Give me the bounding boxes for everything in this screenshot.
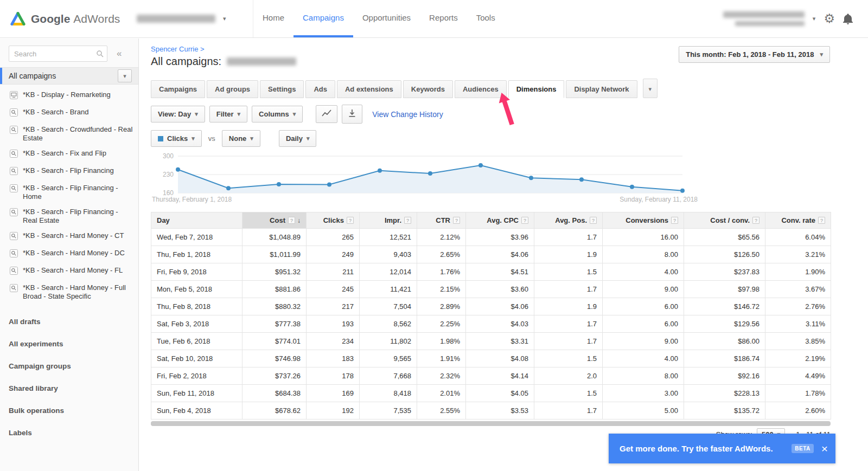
table-row[interactable]: Tue, Feb 6, 2018$774.0123411,8021.98%$3.…	[151, 333, 831, 350]
help-icon[interactable]: ?	[288, 217, 295, 224]
horizontal-scrollbar[interactable]	[151, 421, 831, 426]
sidebar-campaign-item[interactable]: *KB - Search - Brand	[0, 105, 138, 122]
view-selector-button[interactable]: View: Day▾	[151, 106, 205, 122]
help-icon[interactable]: ?	[453, 217, 460, 224]
table-row[interactable]: Mon, Feb 5, 2018$881.8624511,4212.15%$3.…	[151, 281, 831, 298]
download-button[interactable]	[342, 105, 362, 124]
column-header-ctr[interactable]: CTR?	[417, 212, 466, 229]
column-header-clicks[interactable]: Clicks?	[307, 212, 360, 229]
nav-item-tools[interactable]: Tools	[467, 0, 505, 37]
data-point[interactable]	[630, 185, 634, 189]
table-row[interactable]: Sat, Feb 10, 2018$746.981839,5651.91%$4.…	[151, 350, 831, 367]
tab-campaigns[interactable]: Campaigns	[151, 80, 205, 98]
columns-button[interactable]: Columns▾	[252, 106, 303, 122]
table-row[interactable]: Thu, Feb 8, 2018$880.322177,5042.89%$4.0…	[151, 298, 831, 315]
column-header-cost[interactable]: Cost?↓	[242, 212, 307, 229]
collapse-sidebar-button[interactable]: «	[114, 48, 124, 59]
tab-dimensions[interactable]: Dimensions	[508, 80, 565, 98]
search-icon[interactable]	[96, 50, 104, 60]
sidebar-campaign-item[interactable]: *KB - Search - Flip Financing - Real Est…	[0, 204, 138, 228]
tab-settings[interactable]: Settings	[260, 80, 304, 98]
table-row[interactable]: Sun, Feb 11, 2018$684.381698,4182.01%$4.…	[151, 385, 831, 402]
sidebar-campaign-item[interactable]: *KB - Search - Hard Money - DC	[0, 246, 138, 263]
all-campaigns-dropdown-button[interactable]: ▾	[118, 69, 132, 82]
help-icon[interactable]: ?	[404, 217, 411, 224]
table-row[interactable]: Fri, Feb 2, 2018$737.261787,6682.32%$4.1…	[151, 367, 831, 385]
help-icon[interactable]: ?	[671, 217, 678, 224]
sidebar-campaign-item[interactable]: *KB - Search - Hard Money - FL	[0, 263, 138, 280]
sidebar-link-all-experiments[interactable]: All experiments	[0, 333, 138, 355]
help-icon[interactable]: ?	[521, 217, 528, 224]
data-point[interactable]	[579, 177, 584, 182]
nav-item-campaigns[interactable]: Campaigns	[293, 0, 353, 37]
column-header-cost-conv[interactable]: Cost / conv.?	[684, 212, 765, 229]
tab-audiences[interactable]: Audiences	[455, 80, 507, 98]
sidebar-campaign-item[interactable]: *KB - Search - Hard Money - Full Broad -…	[0, 280, 138, 304]
chart-toggle-button[interactable]	[316, 105, 337, 123]
table-row[interactable]: Fri, Feb 9, 2018$951.3221112,0141.76%$4.…	[151, 263, 831, 281]
data-point[interactable]	[277, 182, 281, 186]
view-change-history-link[interactable]: View Change History	[372, 110, 443, 119]
value-cell: 178	[307, 367, 360, 385]
table-row[interactable]: Wed, Feb 7, 2018$1,048.8926512,5212.12%$…	[151, 229, 831, 246]
nav-item-home[interactable]: Home	[253, 0, 293, 37]
column-header-day[interactable]: Day	[151, 212, 242, 229]
data-point[interactable]	[428, 171, 432, 176]
data-point[interactable]	[680, 189, 685, 193]
sidebar-campaign-item[interactable]: *KB - Search - Flip Financing	[0, 163, 138, 180]
data-point[interactable]	[327, 182, 331, 186]
column-header-conv-rate[interactable]: Conv. rate?	[765, 212, 831, 229]
help-icon[interactable]: ?	[752, 217, 760, 224]
sidebar-item-all-campaigns[interactable]: All campaigns ▾	[0, 67, 138, 85]
sidebar-campaign-item[interactable]: *KB - Search - Fix and Flip	[0, 146, 138, 163]
help-icon[interactable]: ?	[818, 217, 825, 224]
gear-icon[interactable]: ⚙	[824, 11, 835, 26]
more-tabs-button[interactable]: ▾	[643, 79, 658, 98]
granularity-selector[interactable]: Daily ▾	[279, 130, 317, 147]
nav-item-reports[interactable]: Reports	[420, 0, 467, 37]
breadcrumb[interactable]: Spencer Currie >	[151, 45, 296, 53]
sidebar-link-all-drafts[interactable]: All drafts	[0, 311, 138, 333]
sidebar-link-labels[interactable]: Labels	[0, 422, 138, 444]
sidebar-link-campaign-groups[interactable]: Campaign groups	[0, 355, 138, 377]
metric2-selector[interactable]: None ▾	[222, 130, 260, 147]
account-selector[interactable]: ▾	[137, 0, 252, 37]
sidebar-campaign-item[interactable]: *KB - Search - Crowdfunded - Real Estate	[0, 122, 138, 146]
help-icon[interactable]: ?	[590, 217, 597, 224]
data-point[interactable]	[478, 163, 483, 167]
column-header-avg-pos[interactable]: Avg. Pos.?	[534, 212, 603, 229]
tab-ad-groups[interactable]: Ad groups	[207, 80, 258, 98]
sidebar-campaign-item[interactable]: *KB - Search - Flip Financing - Home	[0, 180, 138, 204]
data-point[interactable]	[226, 186, 231, 190]
data-point[interactable]	[176, 167, 180, 172]
bell-icon[interactable]	[843, 14, 853, 24]
nav-item-opportunities[interactable]: Opportunities	[353, 0, 420, 37]
value-cell: 2.89%	[417, 298, 466, 315]
search-input[interactable]	[9, 46, 107, 62]
chevron-down-icon[interactable]: ▾	[813, 16, 816, 22]
table-row[interactable]: Thu, Feb 1, 2018$1,011.992499,4032.65%$4…	[151, 246, 831, 263]
sidebar-campaign-item[interactable]: *KB - Search - Hard Money - CT	[0, 228, 138, 246]
line-chart-icon	[322, 109, 331, 119]
table-row[interactable]: Sat, Feb 3, 2018$777.381938,5622.25%$4.0…	[151, 315, 831, 333]
column-header-conversions[interactable]: Conversions?	[603, 212, 684, 229]
sidebar-link-shared-library[interactable]: Shared library	[0, 377, 138, 399]
filter-button[interactable]: Filter▾	[209, 106, 247, 122]
date-range-selector[interactable]: This month: Feb 1, 2018 - Feb 11, 2018 ▾	[679, 46, 830, 63]
value-cell: 8.00	[603, 246, 684, 263]
help-icon[interactable]: ?	[347, 217, 354, 224]
tab-ads[interactable]: Ads	[305, 80, 335, 98]
sidebar-link-bulk-operations[interactable]: Bulk operations	[0, 399, 138, 422]
account-info-redacted[interactable]	[723, 11, 805, 26]
column-header-avg-cpc[interactable]: Avg. CPC?	[466, 212, 534, 229]
tab-keywords[interactable]: Keywords	[403, 80, 453, 98]
column-header-impr[interactable]: Impr.?	[360, 212, 417, 229]
metric1-selector[interactable]: Clicks ▾	[151, 130, 202, 147]
sidebar-campaign-item[interactable]: *KB - Display - Remarketing	[0, 87, 138, 105]
data-point[interactable]	[378, 169, 382, 173]
data-point[interactable]	[529, 176, 533, 180]
tab-ad-extensions[interactable]: Ad extensions	[337, 80, 401, 98]
tab-display-network[interactable]: Display Network	[566, 80, 637, 98]
close-icon[interactable]: ×	[821, 443, 828, 454]
table-row[interactable]: Sun, Feb 4, 2018$678.621927,5352.55%$3.5…	[151, 402, 831, 420]
